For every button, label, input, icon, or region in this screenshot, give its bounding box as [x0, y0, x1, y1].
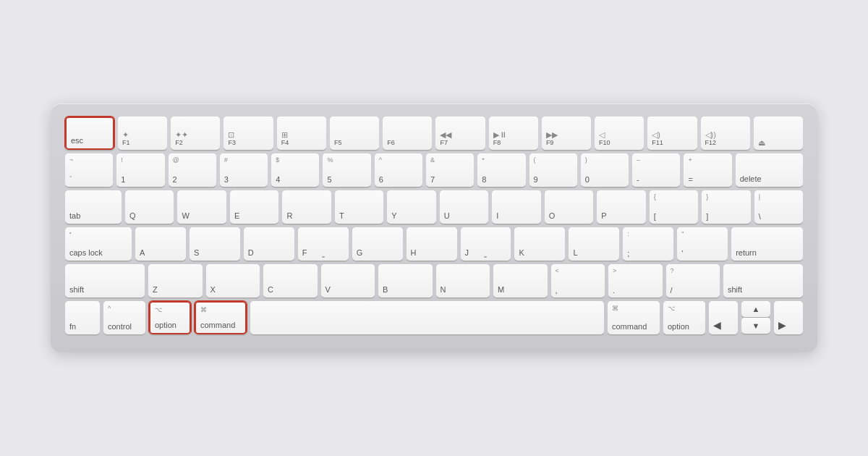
key-option-right[interactable]: ⌥ option — [663, 301, 705, 334]
zxcv-row: shift Z X C V B N M < , > . ? / shift — [65, 264, 803, 297]
key-i[interactable]: I — [492, 190, 540, 224]
key-4[interactable]: $ 4 — [271, 153, 319, 187]
key-shift-left[interactable]: shift — [65, 264, 145, 297]
key-s[interactable]: S — [190, 227, 240, 261]
key-eject[interactable]: ⏏ — [754, 117, 803, 150]
key-e[interactable]: E — [230, 190, 278, 224]
key-n[interactable]: N — [436, 264, 490, 297]
key-arrow-right[interactable]: ▶ — [774, 301, 803, 334]
key-w[interactable]: W — [177, 190, 226, 224]
key-6[interactable]: ^ 6 — [375, 153, 422, 187]
key-p[interactable]: P — [597, 190, 645, 224]
key-r[interactable]: R — [282, 190, 331, 224]
key-arrow-down[interactable]: ▼ — [741, 318, 770, 334]
key-7[interactable]: & 7 — [426, 153, 474, 187]
key-5[interactable]: % 5 — [323, 153, 370, 187]
key-quote[interactable]: " ' — [677, 227, 728, 261]
key-1[interactable]: ! 1 — [116, 153, 164, 187]
key-g[interactable]: G — [352, 227, 403, 261]
key-equals[interactable]: + = — [684, 153, 731, 187]
key-f5[interactable]: F5 — [330, 117, 379, 150]
fn-row: esc ✦ F1 ✦✦ F2 ⊡ F3 ⊞ F4 F5 F6 ◀◀ F7 ▶⏸ — [65, 117, 803, 150]
key-k[interactable]: K — [514, 227, 565, 261]
key-option-left[interactable]: ⌥ option — [149, 301, 191, 334]
key-esc[interactable]: esc — [65, 117, 114, 150]
key-q[interactable]: Q — [125, 190, 174, 224]
key-a[interactable]: A — [135, 227, 186, 261]
key-f10[interactable]: ◁ F10 — [595, 117, 644, 150]
key-arrow-up[interactable]: ▲ — [741, 301, 770, 317]
bottom-row: fn ^ control ⌥ option ⌘ command ⌘ comman… — [65, 301, 803, 334]
key-y[interactable]: Y — [387, 190, 435, 224]
key-command-left[interactable]: ⌘ command — [195, 301, 247, 334]
key-f12[interactable]: ◁)) F12 — [701, 117, 750, 150]
key-t[interactable]: T — [335, 190, 383, 224]
key-f3[interactable]: ⊡ F3 — [224, 117, 273, 150]
key-slash[interactable]: ? / — [666, 264, 720, 297]
key-l[interactable]: L — [569, 227, 619, 261]
key-c[interactable]: C — [263, 264, 318, 297]
key-b[interactable]: B — [378, 264, 433, 297]
key-delete[interactable]: delete — [736, 153, 803, 187]
key-8[interactable]: * 8 — [477, 153, 525, 187]
key-2[interactable]: @ 2 — [169, 153, 216, 187]
key-u[interactable]: U — [440, 190, 488, 224]
key-f4[interactable]: ⊞ F4 — [277, 117, 326, 150]
keyboard: esc ✦ F1 ✦✦ F2 ⊡ F3 ⊞ F4 F5 F6 ◀◀ F7 ▶⏸ — [51, 104, 817, 352]
key-f9[interactable]: ▶▶ F9 — [542, 117, 591, 150]
key-arrow-left[interactable]: ◀ — [709, 301, 738, 334]
number-row: ~ ` ! 1 @ 2 # 3 $ 4 % 5 ^ 6 & 7 — [65, 153, 803, 187]
key-h[interactable]: H — [407, 227, 457, 261]
key-backslash[interactable]: | \ — [754, 190, 803, 224]
key-tab[interactable]: tab — [65, 190, 122, 224]
key-z[interactable]: Z — [148, 264, 203, 297]
asdf-row: • caps lock A S D F G H J K L : ; " ' re… — [65, 227, 803, 261]
key-command-right[interactable]: ⌘ command — [608, 301, 660, 334]
key-f11[interactable]: ◁) F11 — [647, 117, 697, 150]
key-comma[interactable]: < , — [551, 264, 605, 297]
key-minus[interactable]: – - — [632, 153, 680, 187]
key-f2[interactable]: ✦✦ F2 — [171, 117, 220, 150]
key-o[interactable]: O — [545, 190, 593, 224]
key-x[interactable]: X — [206, 264, 260, 297]
key-f[interactable]: F — [298, 227, 349, 261]
key-control[interactable]: ^ control — [103, 301, 145, 334]
key-semicolon[interactable]: : ; — [623, 227, 673, 261]
key-capslock[interactable]: • caps lock — [65, 227, 132, 261]
key-return[interactable]: return — [731, 227, 803, 261]
key-d[interactable]: D — [244, 227, 294, 261]
key-bracket-right[interactable]: } ] — [702, 190, 750, 224]
key-m[interactable]: M — [493, 264, 548, 297]
key-tilde[interactable]: ~ ` — [65, 153, 113, 187]
key-f6[interactable]: F6 — [383, 117, 432, 150]
key-fn[interactable]: fn — [65, 301, 100, 334]
qwerty-row: tab Q W E R T Y U I O P { [ } ] | \ — [65, 190, 803, 224]
key-9[interactable]: ( 9 — [529, 153, 577, 187]
key-bracket-left[interactable]: { [ — [650, 190, 698, 224]
key-f1[interactable]: ✦ F1 — [118, 117, 167, 150]
key-shift-right[interactable]: shift — [723, 264, 803, 297]
key-f7[interactable]: ◀◀ F7 — [435, 117, 485, 150]
key-f8[interactable]: ▶⏸ F8 — [489, 117, 538, 150]
key-3[interactable]: # 3 — [220, 153, 268, 187]
key-period[interactable]: > . — [608, 264, 663, 297]
key-0[interactable]: ) 0 — [581, 153, 629, 187]
key-v[interactable]: V — [321, 264, 375, 297]
key-j[interactable]: J — [461, 227, 511, 261]
key-space[interactable] — [250, 301, 604, 334]
